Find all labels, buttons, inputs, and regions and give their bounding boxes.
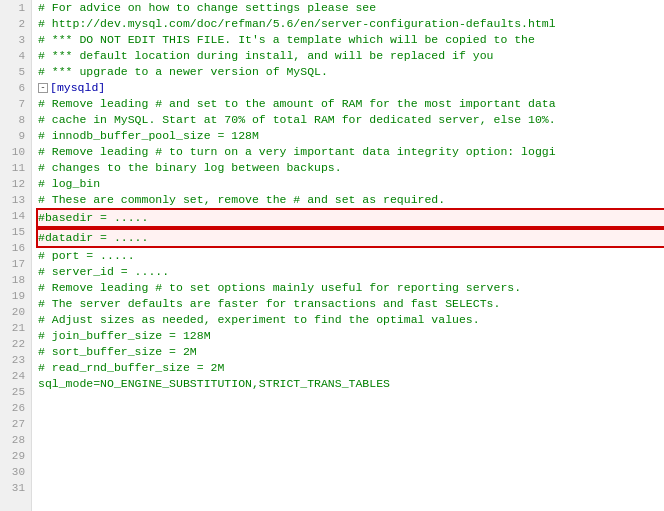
line-number-26: 26: [0, 400, 31, 416]
line-number-21: 21: [0, 320, 31, 336]
code-line-14: # changes to the binary log between back…: [38, 160, 664, 176]
code-line-10: # cache in MySQL. Start at 70% of total …: [38, 112, 664, 128]
line-number-31: 31: [0, 480, 31, 496]
line-number-27: 27: [0, 416, 31, 432]
code-line-26: # Adjust sizes as needed, experiment to …: [38, 312, 664, 328]
line-number-5: 5: [0, 64, 31, 80]
code-line-13: # Remove leading # to turn on a very imp…: [38, 144, 664, 160]
line-number-14: 14: [0, 208, 31, 224]
code-line-24: # Remove leading # to set options mainly…: [38, 280, 664, 296]
line-number-30: 30: [0, 464, 31, 480]
line-number-19: 19: [0, 288, 31, 304]
code-line-1: # For advice on how to change settings p…: [38, 0, 664, 16]
code-line-19: #datadir = .....: [36, 228, 664, 248]
line-number-8: 8: [0, 112, 31, 128]
code-line-2: # http://dev.mysql.com/doc/refman/5.6/en…: [38, 16, 664, 32]
code-line-25: # The server defaults are faster for tra…: [38, 296, 664, 312]
line-numbers: 1234567891011121314151617181920212223242…: [0, 0, 32, 511]
line-number-3: 3: [0, 32, 31, 48]
code-line-15: # log_bin: [38, 176, 664, 192]
code-line-29: # read_rnd_buffer_size = 2M: [38, 360, 664, 376]
line-number-17: 17: [0, 256, 31, 272]
line-number-9: 9: [0, 128, 31, 144]
code-line-18: #basedir = .....: [36, 208, 664, 228]
line-number-12: 12: [0, 176, 31, 192]
line-number-4: 4: [0, 48, 31, 64]
line-number-13: 13: [0, 192, 31, 208]
line-number-7: 7: [0, 96, 31, 112]
collapse-icon[interactable]: -: [38, 83, 48, 93]
line-number-10: 10: [0, 144, 31, 160]
line-number-15: 15: [0, 224, 31, 240]
code-line-27: # join_buffer_size = 128M: [38, 328, 664, 344]
line-number-22: 22: [0, 336, 31, 352]
code-content: # For advice on how to change settings p…: [32, 0, 664, 511]
code-line-20: # port = .....: [38, 248, 664, 264]
line-number-6: 6: [0, 80, 31, 96]
code-line-21: # server_id = .....: [38, 264, 664, 280]
code-line-7: -[mysqld]: [38, 80, 664, 96]
line-number-25: 25: [0, 384, 31, 400]
line-number-20: 20: [0, 304, 31, 320]
line-number-24: 24: [0, 368, 31, 384]
section-label: [mysqld]: [50, 81, 105, 94]
line-number-18: 18: [0, 272, 31, 288]
line-number-28: 28: [0, 432, 31, 448]
code-container: 1234567891011121314151617181920212223242…: [0, 0, 664, 511]
line-number-1: 1: [0, 0, 31, 16]
line-number-29: 29: [0, 448, 31, 464]
code-line-17: # These are commonly set, remove the # a…: [38, 192, 664, 208]
code-line-31: sql_mode=NO_ENGINE_SUBSTITUTION,STRICT_T…: [38, 376, 664, 392]
code-line-28: # sort_buffer_size = 2M: [38, 344, 664, 360]
code-line-5: # *** upgrade to a newer version of MySQ…: [38, 64, 664, 80]
line-number-16: 16: [0, 240, 31, 256]
code-editor: 1234567891011121314151617181920212223242…: [0, 0, 664, 511]
code-line-9: # Remove leading # and set to the amount…: [38, 96, 664, 112]
code-line-3: # *** DO NOT EDIT THIS FILE. It's a temp…: [38, 32, 664, 48]
line-number-11: 11: [0, 160, 31, 176]
code-line-4: # *** default location during install, a…: [38, 48, 664, 64]
line-number-2: 2: [0, 16, 31, 32]
line-number-23: 23: [0, 352, 31, 368]
code-line-11: # innodb_buffer_pool_size = 128M: [38, 128, 664, 144]
